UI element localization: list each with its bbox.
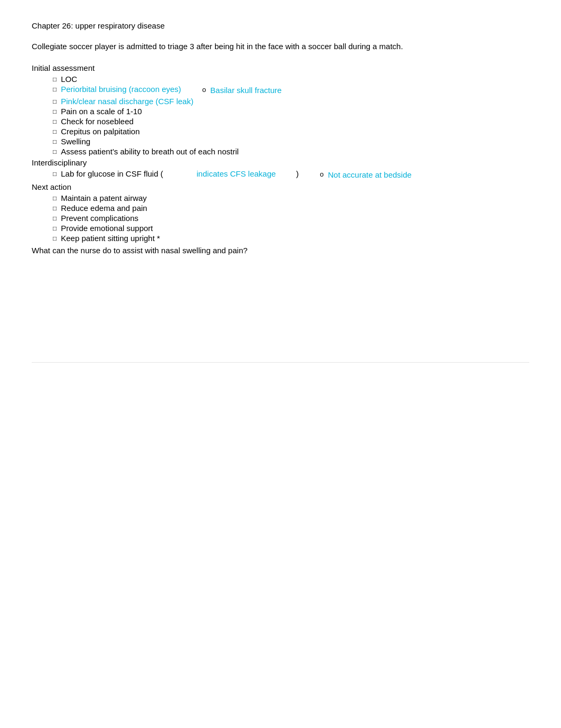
lab-line: Lab for glucose in CSF fluid ( indicates… — [61, 169, 298, 178]
not-accurate-text: Not accurate at bedside — [328, 170, 412, 179]
interdisciplinary-sub-list: Not accurate at bedside — [298, 170, 412, 180]
sub-item-text-cyan: Basilar skull fracture — [210, 86, 282, 95]
list-item: Swelling — [53, 137, 529, 146]
interdisciplinary-label: Interdisciplinary — [32, 158, 529, 167]
next-action-section: Next action Maintain a patent airway Red… — [32, 182, 529, 243]
scenario-text: Collegiate soccer player is admitted to … — [32, 41, 529, 53]
item-text: Crepitus on palpitation — [61, 127, 139, 136]
list-item: Prevent complications — [53, 214, 529, 223]
interdisciplinary-list: Lab for glucose in CSF fluid ( indicates… — [32, 169, 529, 180]
lab-prefix: Lab for glucose in CSF fluid ( — [61, 169, 163, 178]
list-item: Pain on a scale of 1-10 — [53, 107, 529, 116]
next-action-list: Maintain a patent airway Reduce edema an… — [32, 193, 529, 243]
item-text: Keep patient sitting upright * — [61, 234, 160, 243]
list-item: Check for nosebleed — [53, 117, 529, 126]
item-text: Check for nosebleed — [61, 117, 134, 126]
initial-assessment-list: LOC Periorbital bruising (raccoon eyes) … — [32, 75, 529, 156]
list-item: Assess patient’s ability to breath out o… — [53, 147, 529, 156]
initial-assessment-label: Initial assessment — [32, 63, 529, 72]
item-text: Provide emotional support — [61, 224, 153, 233]
initial-assessment-section: Initial assessment LOC Periorbital bruis… — [32, 63, 529, 156]
chapter-title: Chapter 26: upper respiratory disease — [32, 21, 529, 30]
item-text-cyan: Periorbital bruising (raccoon eyes) — [61, 85, 181, 94]
item-text: Reduce edema and pain — [61, 204, 147, 213]
item-text: Pain on a scale of 1-10 — [61, 107, 142, 116]
interdisciplinary-section: Interdisciplinary Lab for glucose in CSF… — [32, 158, 529, 180]
list-item: Lab for glucose in CSF fluid ( indicates… — [53, 169, 529, 180]
list-item: Crepitus on palpitation — [53, 127, 529, 136]
closing-question: What can the nurse do to assist with nas… — [32, 245, 529, 257]
sub-list-item: Basilar skull fracture — [202, 86, 282, 95]
list-item: Maintain a patent airway — [53, 193, 529, 202]
list-item: LOC — [53, 75, 529, 84]
list-item: Keep patient sitting upright * — [53, 234, 529, 243]
list-item: Provide emotional support — [53, 224, 529, 233]
next-action-label: Next action — [32, 182, 529, 191]
list-item: Reduce edema and pain — [53, 204, 529, 213]
sub-list-item: Not accurate at bedside — [320, 170, 412, 179]
list-item: Pink/clear nasal discharge (CSF leak) — [53, 97, 529, 106]
item-text: Prevent complications — [61, 214, 138, 223]
lab-highlight: indicates CFS leakage — [197, 169, 276, 178]
list-item: Periorbital bruising (raccoon eyes) Basi… — [53, 85, 529, 96]
item-text: Maintain a patent airway — [61, 193, 147, 202]
item-text-cyan: Pink/clear nasal discharge (CSF leak) — [61, 97, 193, 106]
sub-list: Basilar skull fracture — [181, 86, 282, 96]
page-divider — [32, 362, 529, 363]
item-text: Swelling — [61, 137, 90, 146]
item-text: LOC — [61, 75, 77, 84]
item-text: Assess patient’s ability to breath out o… — [61, 147, 239, 156]
